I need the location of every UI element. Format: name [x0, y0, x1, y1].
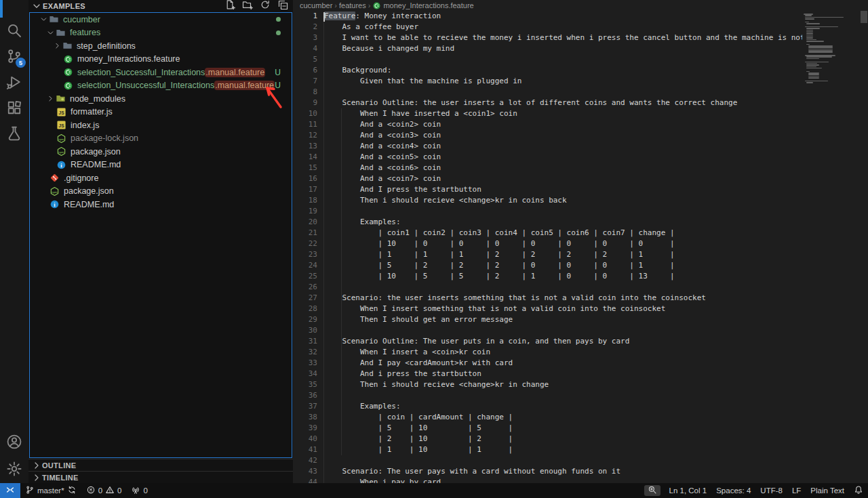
code-line[interactable]: Then I should get an error message	[324, 314, 802, 325]
code-line[interactable]: When i pay by card	[324, 477, 802, 483]
code-line[interactable]: Scenario Outline: the user inserts a lot…	[324, 98, 802, 108]
code-line[interactable]: Then i should recieve <change>kr in chan…	[324, 379, 802, 390]
cursor-position-status[interactable]: Ln 1, Col 1	[665, 483, 712, 498]
notifications-bell[interactable]	[849, 483, 868, 498]
code-line[interactable]	[324, 455, 802, 466]
minimap[interactable]	[802, 11, 860, 483]
tree-item[interactable]: npmpackage.json	[30, 185, 292, 199]
tree-item[interactable]: step_definitions	[30, 39, 292, 53]
annotation-arrow	[262, 83, 285, 110]
activity-item-run-debug[interactable]	[0, 72, 28, 95]
tree-item[interactable]: JSindex.js	[30, 119, 292, 132]
breadcrumb-item[interactable]: money_Interactions.feature	[372, 1, 473, 10]
git-branch-status[interactable]: master*	[20, 483, 81, 498]
breadcrumb-item[interactable]: cucumber	[300, 1, 332, 9]
activity-item-account[interactable]	[0, 432, 28, 455]
code-line[interactable]: And a <coin4> coin	[324, 141, 802, 152]
code-line[interactable]: Then i should recieve <change>kr in coin…	[324, 195, 802, 206]
code-line[interactable]: Given that the machine is plugged in	[324, 76, 802, 87]
code-line[interactable]: | 5 | 2 | 2 | 2 | 0 | 0 | 0 | 1 |	[324, 260, 802, 271]
indentation-status[interactable]: Spaces: 4	[711, 483, 755, 498]
tree-item[interactable]: selection_Unsuccessful_Interactions.manu…	[30, 79, 292, 93]
code-line[interactable]: And i press the startbutton	[324, 369, 802, 379]
breadcrumb-item[interactable]: features	[339, 1, 366, 9]
activity-item-search[interactable]	[0, 20, 28, 43]
code-line[interactable]: Background:	[324, 65, 802, 76]
code-line[interactable]: | 10 | 0 | 0 | 0 | 0 | 0 | 0 | 0 |	[324, 238, 802, 249]
language-mode-status[interactable]: Plain Text	[806, 483, 849, 498]
tree-item[interactable]: iREADME.md	[30, 159, 292, 172]
tree-item[interactable]: node_modules	[30, 92, 292, 106]
zoom-status[interactable]	[644, 485, 660, 496]
tree-item-label: package-lock.json	[71, 133, 138, 143]
folder-icon	[48, 14, 59, 25]
encoding-status[interactable]: UTF-8	[755, 483, 787, 498]
activity-item-extensions[interactable]	[0, 98, 28, 121]
code-editor[interactable]: 1234567891011121314151617181920212223242…	[293, 11, 802, 483]
code-line[interactable]: As a coffee buyer	[324, 22, 802, 33]
code-line[interactable]: | 2 | 10 | 2 |	[324, 434, 802, 444]
code-line[interactable]: | coin1 | coin2 | coin3 | coin4 | coin5 …	[324, 228, 802, 238]
tree-item[interactable]: cucumber	[30, 13, 292, 26]
editor-scrollbar[interactable]	[860, 11, 868, 483]
tree-item[interactable]: selection_Successful_Interactions.manual…	[30, 66, 292, 79]
line-number: 42	[293, 455, 317, 466]
code-line[interactable]	[324, 325, 802, 336]
new-folder-button[interactable]	[241, 0, 254, 12]
code-line[interactable]: And I pay <cardAmount>kr with card	[324, 358, 802, 369]
outline-section-header[interactable]: OUTLINE	[28, 459, 293, 471]
code-line[interactable]	[324, 390, 802, 401]
new-file-button[interactable]	[224, 0, 236, 12]
code-line[interactable]	[324, 87, 802, 98]
explorer-section-header[interactable]: EXAMPLES	[28, 0, 293, 12]
text-cursor	[323, 12, 325, 22]
refresh-button[interactable]	[259, 0, 271, 12]
tree-item[interactable]: JSformatter.js	[30, 106, 292, 119]
activity-item-source-control[interactable]: 5	[0, 46, 28, 69]
code-line[interactable]: Scenario Outline: The user puts in a coi…	[324, 336, 802, 347]
remote-indicator[interactable]	[0, 483, 20, 498]
code-line[interactable]: Examples:	[324, 217, 802, 228]
code-line[interactable]: | 10 | 5 | 5 | 2 | 1 | 0 | 0 | 13 |	[324, 271, 802, 282]
code-line[interactable]: Because i changed my mind	[324, 43, 802, 54]
tree-item[interactable]: .gitignore	[30, 171, 292, 185]
problems-status[interactable]: 0 0	[81, 483, 127, 498]
activity-item-settings[interactable]	[0, 459, 28, 482]
tree-item[interactable]: npmpackage-lock.json	[30, 132, 292, 146]
scrollbar-slider[interactable]	[861, 11, 867, 23]
tree-item[interactable]: iREADME.md	[30, 198, 292, 211]
code-line[interactable]	[324, 54, 802, 65]
tree-item[interactable]: npmpackage.json	[30, 145, 292, 159]
code-line[interactable]: And a <coin6> coin	[324, 163, 802, 173]
code-line[interactable]: Scenario: the user inserts something tha…	[324, 293, 802, 304]
code-line[interactable]: And a <coin7> coin	[324, 173, 802, 184]
folder-node-icon	[55, 94, 66, 104]
code-line[interactable]: | 5 | 10 | 5 |	[324, 423, 802, 434]
collapse-all-button[interactable]	[277, 0, 289, 12]
svg-text:JS: JS	[58, 123, 64, 128]
tree-item[interactable]: features	[30, 26, 292, 40]
eol-status[interactable]: LF	[787, 483, 806, 498]
code-line[interactable]: And a <coin2> coin	[324, 119, 802, 130]
tree-item[interactable]: money_Interactions.feature	[30, 53, 292, 66]
activity-item-testing[interactable]	[0, 123, 28, 146]
code-line[interactable]: Feature: Money interaction	[324, 11, 802, 22]
code-line[interactable]: | 1 | 10 | 1 |	[324, 444, 802, 455]
code-line[interactable]	[324, 206, 802, 217]
code-line[interactable]: Examples:	[324, 401, 802, 412]
minimap-line	[806, 39, 816, 41]
breadcrumb-label: features	[339, 1, 366, 9]
code-line[interactable]: And a <coin5> coin	[324, 152, 802, 163]
code-line[interactable]: When I insert something that is not a va…	[324, 304, 802, 314]
code-line[interactable]: And I press the startbutton	[324, 184, 802, 195]
code-line[interactable]: I want to be able to recieve the money i…	[324, 33, 802, 43]
ports-status[interactable]: 0	[126, 483, 152, 498]
code-line[interactable]: When I insert a <coin>kr coin	[324, 347, 802, 358]
code-line[interactable]: And a <coin3> coin	[324, 130, 802, 141]
code-line[interactable]: | coin | cardAmount | change |	[324, 412, 802, 423]
code-line[interactable]: | 1 | 1 | 1 | 2 | 2 | 2 | 2 | 1 |	[324, 249, 802, 260]
timeline-section-header[interactable]: TIMELINE	[28, 471, 293, 483]
code-line[interactable]: Scenario: The user pays with a card with…	[324, 466, 802, 477]
code-line[interactable]	[324, 282, 802, 293]
code-line[interactable]: When I have inserted a <coin1> coin	[324, 108, 802, 119]
